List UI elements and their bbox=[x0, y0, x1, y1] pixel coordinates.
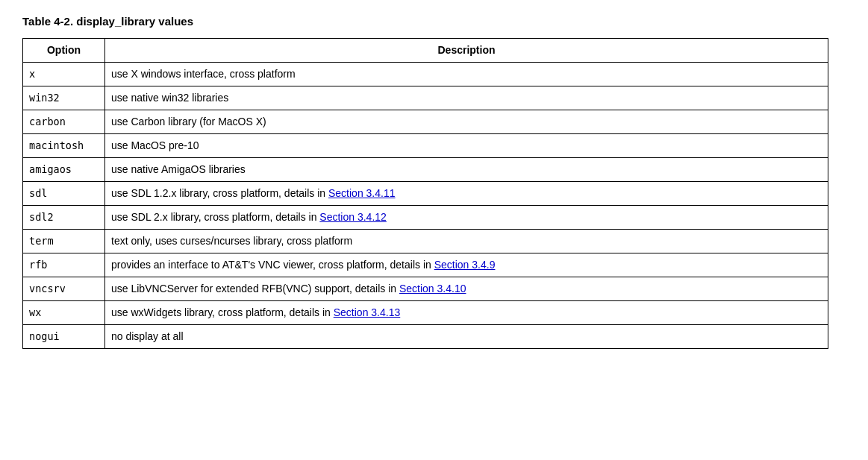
cell-description: provides an interface to AT&T's VNC view… bbox=[105, 253, 828, 277]
table-row: rfbprovides an interface to AT&T's VNC v… bbox=[23, 253, 828, 277]
table-row: sdluse SDL 1.2.x library, cross platform… bbox=[23, 182, 828, 206]
table-row: sdl2use SDL 2.x library, cross platform,… bbox=[23, 206, 828, 230]
cell-option: macintosh bbox=[23, 134, 105, 158]
cell-description: use native AmigaOS libraries bbox=[105, 158, 828, 182]
cell-description: use LibVNCServer for extended RFB(VNC) s… bbox=[105, 277, 828, 301]
cell-description: use MacOS pre-10 bbox=[105, 134, 828, 158]
section-link[interactable]: Section 3.4.12 bbox=[319, 211, 387, 223]
section-link[interactable]: Section 3.4.10 bbox=[399, 283, 466, 294]
table-row: win32use native win32 libraries bbox=[23, 86, 828, 110]
cell-description: text only, uses curses/ncurses library, … bbox=[105, 230, 828, 253]
cell-option: carbon bbox=[23, 110, 105, 134]
cell-option: win32 bbox=[23, 86, 105, 110]
cell-description: use native win32 libraries bbox=[105, 86, 828, 110]
table-row: macintoshuse MacOS pre-10 bbox=[23, 134, 828, 158]
table-row: carbonuse Carbon library (for MacOS X) bbox=[23, 110, 828, 134]
table-row: termtext only, uses curses/ncurses libra… bbox=[23, 230, 828, 253]
cell-description: use Carbon library (for MacOS X) bbox=[105, 110, 828, 134]
table-row: amigaosuse native AmigaOS libraries bbox=[23, 158, 828, 182]
table-header-row: Option Description bbox=[23, 39, 828, 63]
cell-option: amigaos bbox=[23, 158, 105, 182]
cell-description: no display at all bbox=[105, 325, 828, 349]
table-row: vncsrvuse LibVNCServer for extended RFB(… bbox=[23, 277, 828, 301]
cell-option: x bbox=[23, 63, 105, 86]
section-link[interactable]: Section 3.4.11 bbox=[328, 187, 396, 199]
cell-description: use SDL 1.2.x library, cross platform, d… bbox=[105, 182, 828, 206]
display-library-table: Option Description xuse X windows interf… bbox=[22, 38, 828, 349]
section-link[interactable]: Section 3.4.9 bbox=[434, 259, 496, 271]
cell-option: nogui bbox=[23, 325, 105, 349]
cell-option: sdl2 bbox=[23, 206, 105, 230]
cell-option: wx bbox=[23, 301, 105, 325]
cell-description: use SDL 2.x library, cross platform, det… bbox=[105, 206, 828, 230]
cell-description: use wxWidgets library, cross platform, d… bbox=[105, 301, 828, 325]
cell-description: use X windows interface, cross platform bbox=[105, 63, 828, 86]
table-row: wxuse wxWidgets library, cross platform,… bbox=[23, 301, 828, 325]
page-title: Table 4-2. display_library values bbox=[22, 15, 846, 28]
table-row: xuse X windows interface, cross platform bbox=[23, 63, 828, 86]
cell-option: sdl bbox=[23, 182, 105, 206]
header-description: Description bbox=[105, 39, 828, 63]
cell-option: vncsrv bbox=[23, 277, 105, 301]
cell-option: term bbox=[23, 230, 105, 253]
section-link[interactable]: Section 3.4.13 bbox=[334, 306, 401, 318]
table-row: noguino display at all bbox=[23, 325, 828, 349]
cell-option: rfb bbox=[23, 253, 105, 277]
header-option: Option bbox=[23, 39, 105, 63]
